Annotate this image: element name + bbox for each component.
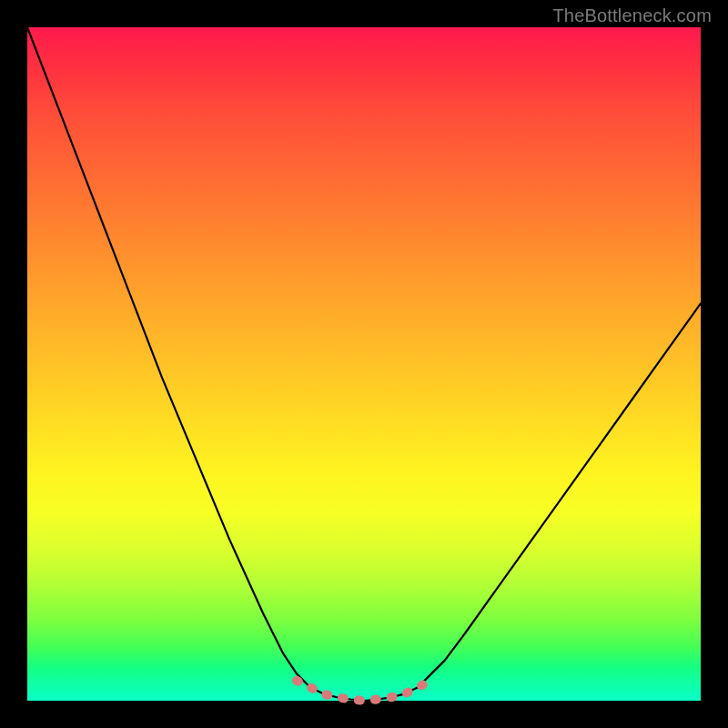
chart-frame: TheBottleneck.com (0, 0, 728, 728)
bottleneck-curve (27, 27, 701, 701)
optimal-range-band (297, 681, 431, 701)
chart-svg (27, 27, 701, 701)
watermark-text: TheBottleneck.com (552, 5, 712, 26)
plot-area (27, 27, 701, 701)
